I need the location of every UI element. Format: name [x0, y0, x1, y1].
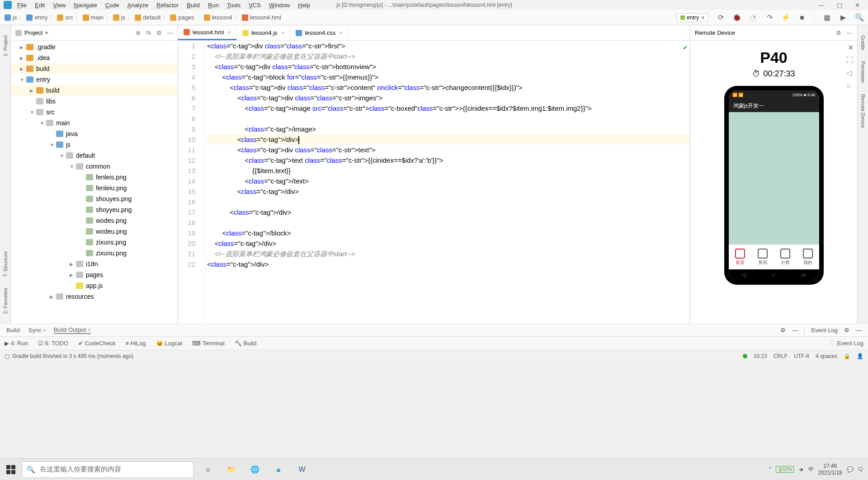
phone-nav-item[interactable]: 分类: [774, 245, 797, 269]
gear-icon[interactable]: ⚙: [844, 327, 849, 334]
tree-item[interactable]: ▼js: [11, 139, 178, 150]
tree-item[interactable]: ▶.gradle: [11, 42, 178, 52]
edge-icon[interactable]: 🌐: [244, 459, 266, 480]
breadcrumb-seg[interactable]: default: [135, 14, 160, 21]
tree-item[interactable]: wodes.png: [11, 215, 178, 226]
menu-help[interactable]: Help: [298, 2, 310, 9]
start-button[interactable]: [0, 459, 22, 480]
menu-vcs[interactable]: VCS: [249, 2, 261, 9]
tree-item[interactable]: shouyes.png: [11, 193, 178, 204]
structure-icon[interactable]: ▦: [823, 14, 831, 22]
back-icon[interactable]: ◁: [846, 69, 854, 77]
tab-gradle[interactable]: Gradle: [860, 35, 866, 50]
back-button[interactable]: ◁: [742, 272, 745, 278]
attach-icon[interactable]: ⚡: [782, 14, 790, 22]
tab-previewer[interactable]: Previewer: [860, 61, 866, 83]
build-output-tab[interactable]: Build Output ×: [54, 326, 91, 334]
bottom-tool[interactable]: ✔ CodeCheck: [78, 340, 116, 347]
event-log-tab[interactable]: ❕ Event Log: [828, 340, 863, 347]
taskbar-search[interactable]: 🔍 在这里输入你要搜索的内容: [22, 461, 193, 478]
tree-item[interactable]: wodeu.png: [11, 226, 178, 237]
target-icon[interactable]: ⊕: [136, 29, 141, 36]
search-icon[interactable]: 🔍: [855, 14, 863, 22]
tree-item[interactable]: zixuns.png: [11, 237, 178, 248]
lock-icon[interactable]: 🔒: [844, 353, 850, 359]
coverage-icon[interactable]: ◔: [749, 14, 757, 22]
run-config-combo[interactable]: entry ▾: [676, 13, 708, 22]
bottom-tool[interactable]: ▶ 4: Run: [5, 340, 28, 347]
breadcrumb-seg[interactable]: pages: [170, 14, 194, 21]
expand-icon[interactable]: ⛶: [846, 56, 854, 64]
editor-tab[interactable]: lesson4.css×: [290, 25, 349, 40]
tree-item[interactable]: shoyyeu.png: [11, 204, 178, 215]
editor-tab[interactable]: lesson4.hml×: [178, 25, 237, 40]
tree-item[interactable]: ▶build: [11, 63, 178, 74]
bottom-tool[interactable]: ☑ 6: TODO: [38, 340, 68, 347]
status-eol[interactable]: CRLF: [774, 353, 788, 359]
breadcrumb-seg[interactable]: entry: [26, 14, 47, 21]
notification-icon[interactable]: 💬: [847, 466, 854, 473]
record-icon[interactable]: ○: [846, 82, 854, 90]
menu-view[interactable]: View: [53, 2, 66, 9]
gear-icon[interactable]: ⚙: [156, 29, 162, 36]
collapse-icon[interactable]: ⇆: [146, 29, 151, 36]
tree-item[interactable]: fenleiu.png: [11, 183, 178, 193]
tree-item[interactable]: ▶pages: [11, 269, 178, 280]
tree-item[interactable]: java: [11, 128, 178, 139]
breadcrumb-seg[interactable]: main: [83, 14, 104, 21]
tree-item[interactable]: app.js: [11, 280, 178, 291]
tree-item[interactable]: ▶build: [11, 85, 178, 96]
build-sync-tab[interactable]: Sync ×: [28, 327, 47, 334]
hide-icon[interactable]: —: [167, 29, 173, 36]
code-source[interactable]: <class="c-tag">div class="class="c-str">…: [205, 41, 690, 324]
maximize-icon[interactable]: ▢: [837, 2, 842, 9]
hide-icon[interactable]: —: [856, 327, 862, 334]
menu-file[interactable]: File: [17, 2, 27, 9]
tray-up-icon[interactable]: ˄: [769, 466, 771, 473]
tree-item[interactable]: ▼default: [11, 150, 178, 161]
tree-item[interactable]: ▶.idea: [11, 52, 178, 63]
speaker-icon[interactable]: 🕩: [798, 466, 804, 473]
tree-item[interactable]: ▼main: [11, 118, 178, 128]
tree-item[interactable]: ▶resources: [11, 291, 178, 302]
bottom-tool[interactable]: 🐱 Logcat: [156, 340, 183, 347]
menu-run[interactable]: Run: [208, 2, 219, 9]
recent-button[interactable]: ▭: [801, 272, 806, 278]
menu-code[interactable]: Code: [105, 2, 119, 9]
menu-refactor[interactable]: Refactor: [156, 2, 179, 9]
tree-item[interactable]: ▼common: [11, 161, 178, 172]
tree-item[interactable]: ▶i18n: [11, 259, 178, 269]
presentation-icon[interactable]: 👤: [857, 353, 863, 359]
phone-nav-item[interactable]: 资讯: [751, 245, 774, 269]
hide-icon[interactable]: —: [792, 327, 798, 334]
tab-structure[interactable]: 7: Structure: [3, 251, 8, 277]
minimize-icon[interactable]: —: [818, 2, 824, 9]
close-icon[interactable]: ✕: [848, 43, 854, 52]
bug-icon[interactable]: 🐞: [733, 14, 741, 22]
status-encoding[interactable]: UTF-8: [794, 353, 809, 359]
run-icon[interactable]: ▶: [839, 14, 847, 22]
menu-tools[interactable]: Tools: [227, 2, 241, 9]
breadcrumb-seg[interactable]: lesson4.hml: [242, 14, 281, 21]
cortana-icon[interactable]: ○: [197, 459, 219, 480]
gear-icon[interactable]: ⚙: [836, 29, 841, 36]
phone-nav-item[interactable]: 我的: [797, 245, 819, 269]
clock[interactable]: 17:46 2021/1/18: [818, 463, 842, 476]
breadcrumb-seg[interactable]: src: [57, 14, 73, 21]
tab-favorites[interactable]: 2: Favorites: [3, 288, 8, 314]
tree-item[interactable]: ▼src: [11, 107, 178, 118]
action-center-icon[interactable]: 🗨: [858, 466, 863, 473]
bottom-tool[interactable]: ⌨ Terminal: [192, 340, 225, 347]
phone-nav-item[interactable]: 首页: [729, 245, 751, 269]
menu-analyze[interactable]: Analyze: [127, 2, 148, 9]
close-icon[interactable]: ✕: [855, 2, 860, 9]
hide-icon[interactable]: —: [847, 29, 853, 36]
menu-navigate[interactable]: Navigate: [74, 2, 97, 9]
word-icon[interactable]: W: [291, 459, 313, 480]
status-indent[interactable]: 4 spaces: [816, 353, 837, 359]
editor-tab[interactable]: lesson4.js×: [237, 25, 290, 40]
tab-project[interactable]: 1: Project: [3, 35, 8, 56]
breadcrumb-seg[interactable]: js: [113, 14, 125, 21]
refresh-icon[interactable]: ⟳: [717, 14, 725, 22]
tree-item[interactable]: ▼entry: [11, 74, 178, 85]
